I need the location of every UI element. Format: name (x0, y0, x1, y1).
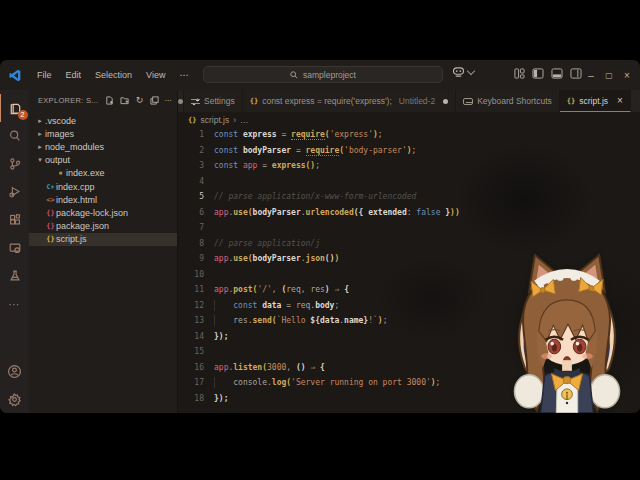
cpp-file-icon: C+ (45, 183, 56, 191)
tree-item-label: index.html (56, 195, 97, 205)
line-number: 1 (178, 130, 214, 139)
chevron-right-icon: ▸ (35, 117, 45, 125)
js-file-icon: {} (188, 116, 196, 124)
line-number: 6 (178, 208, 214, 217)
menu-more[interactable]: ⋯ (172, 70, 195, 80)
command-center-search[interactable]: sampleproject (203, 66, 443, 83)
tree-item-index-html[interactable]: <>index.html (29, 193, 177, 206)
tab-label: Settings (204, 96, 235, 106)
menu-file[interactable]: File (30, 70, 59, 80)
activity-source-control[interactable] (0, 150, 29, 178)
tree-item-index-exe[interactable]: ▪index.exe (29, 167, 177, 180)
menu-selection[interactable]: Selection (88, 70, 139, 80)
activity-account[interactable] (0, 357, 29, 385)
line-number: 13 (178, 316, 214, 325)
new-file-icon[interactable] (105, 96, 114, 105)
tab-settings[interactable]: Settings (184, 90, 243, 112)
code-text: app.listen(3000, () ⇒ { (214, 363, 325, 372)
tree-item-output[interactable]: ▾output (29, 154, 177, 167)
js-icon: {} (567, 97, 575, 105)
code-line-3[interactable]: 3const app = express(); (178, 158, 640, 174)
activity-explorer[interactable]: 2 (0, 94, 30, 122)
breadcrumb[interactable]: {} script.js › … (178, 112, 640, 127)
line-number: 12 (178, 301, 214, 310)
tree-item-package-lock-json[interactable]: {}package-lock.json (29, 206, 177, 219)
explorer-header-title: EXPLORER: S... (38, 96, 105, 105)
customize-layout-icon[interactable] (514, 68, 525, 79)
tab-script-js[interactable]: {}script.js× (560, 90, 631, 112)
copilot-button[interactable] (452, 67, 474, 77)
line-number: 18 (178, 394, 214, 403)
chevron-down-icon: ▾ (35, 156, 45, 164)
tree-item-label: package-lock.json (56, 208, 128, 218)
minimize-button[interactable]: – (582, 70, 600, 81)
code-text: res.send(`Hello ${data.name}!`); (214, 315, 387, 326)
js-file-icon: {} (45, 235, 56, 243)
code-line-7[interactable]: 7 (178, 220, 640, 236)
modified-dot-icon[interactable] (443, 99, 448, 104)
line-number: 9 (178, 254, 214, 263)
search-icon (290, 71, 298, 79)
menu-edit[interactable]: Edit (59, 70, 89, 80)
line-number: 8 (178, 239, 214, 248)
activity-settings[interactable] (0, 385, 29, 413)
collapse-folders-icon[interactable] (150, 96, 159, 105)
tree-item--vscode[interactable]: ▸.vscode (29, 114, 177, 127)
vscode-logo-icon (9, 69, 22, 82)
activity-extensions[interactable] (0, 206, 29, 234)
beaker-icon (8, 269, 22, 283)
tab-bar-more-button[interactable]: ⋯ (631, 90, 640, 112)
line-number: 3 (178, 161, 214, 170)
close-tab-icon[interactable]: × (617, 95, 623, 106)
keyboard-icon (463, 98, 473, 105)
toggle-secondary-sidebar-icon[interactable] (570, 68, 582, 79)
tree-item-index-cpp[interactable]: C+index.cpp (29, 180, 177, 193)
toggle-panel-icon[interactable] (551, 68, 563, 79)
code-line-5[interactable]: 5// parse application/x-www-form-urlenco… (178, 189, 640, 205)
toggle-primary-sidebar-icon[interactable] (532, 68, 544, 79)
breadcrumb-file[interactable]: script.js (200, 115, 229, 125)
explorer-sidebar: EXPLORER: S... ↻ ⋯ (29, 90, 178, 413)
breadcrumb-more[interactable]: … (240, 115, 249, 125)
code-text: app.post('/', (req, res) ⇒ { (214, 285, 349, 294)
code-line-1[interactable]: 1const express = require('express'); (178, 127, 640, 143)
activity-bar: 2 (0, 90, 29, 413)
search-icon (8, 129, 22, 143)
close-window-button[interactable]: × (618, 70, 636, 81)
line-number: 16 (178, 363, 214, 372)
code-text: }); (214, 394, 228, 403)
line-number: 7 (178, 223, 214, 232)
code-line-2[interactable]: 2const bodyParser = require('body-parser… (178, 143, 640, 159)
exe-file-icon: ▪ (55, 169, 66, 177)
line-number: 4 (178, 177, 214, 186)
new-folder-icon[interactable] (120, 96, 130, 105)
code-text: // parse application/x-www-form-urlencod… (214, 192, 416, 201)
menu-view[interactable]: View (139, 70, 172, 80)
tree-item-script-js[interactable]: {}script.js (29, 233, 177, 246)
restore-button[interactable]: ▢ (600, 71, 618, 80)
activity-run-debug[interactable] (0, 178, 29, 206)
activity-more[interactable]: ⋯ (0, 290, 29, 318)
chevron-down-icon (467, 67, 475, 75)
activity-testing[interactable] (0, 262, 29, 290)
tab-untitled-2[interactable]: {}const express = require('express');Unt… (243, 90, 456, 112)
code-line-4[interactable]: 4 (178, 174, 640, 190)
json-file-icon: {} (45, 222, 56, 230)
tree-item-label: output (45, 155, 70, 165)
line-number: 10 (178, 270, 214, 279)
search-text: sampleproject (303, 70, 356, 80)
explorer-more-icon[interactable]: ⋯ (165, 96, 174, 105)
tree-item-node-modules[interactable]: ▸node_modules (29, 140, 177, 153)
line-number: 17 (178, 378, 214, 387)
refresh-icon[interactable]: ↻ (136, 95, 144, 105)
settings-icon (191, 97, 200, 106)
tree-item-images[interactable]: ▸images (29, 127, 177, 140)
tab-keyboard-shortcuts[interactable]: Keyboard Shortcuts (456, 90, 560, 112)
monitor-icon (8, 241, 22, 255)
activity-remote-preview[interactable] (0, 234, 29, 262)
code-line-6[interactable]: 6app.use(bodyParser.urlencoded({ extende… (178, 205, 640, 221)
tree-item-package-json[interactable]: {}package.json (29, 220, 177, 233)
run-debug-icon (8, 185, 22, 199)
activity-search[interactable] (0, 122, 29, 150)
git-branch-icon (8, 157, 22, 171)
